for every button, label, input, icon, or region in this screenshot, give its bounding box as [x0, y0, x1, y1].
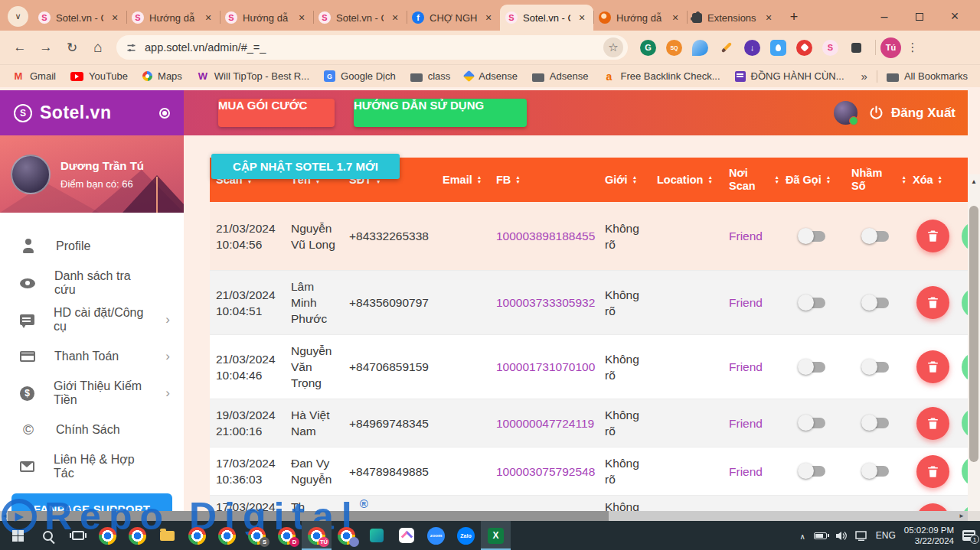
- new-tab-button[interactable]: [783, 6, 805, 28]
- sort-icon[interactable]: [632, 175, 637, 185]
- input-language[interactable]: ENG: [876, 530, 896, 541]
- nham-so-toggle[interactable]: [863, 231, 889, 242]
- scroll-up-icon[interactable]: [968, 176, 980, 187]
- column-header-fb[interactable]: FB: [490, 174, 599, 187]
- column-header-nham-so[interactable]: Nhầm Số: [845, 167, 906, 193]
- volume-icon[interactable]: [835, 531, 847, 541]
- da-goi-toggle[interactable]: [799, 466, 825, 477]
- nham-so-toggle[interactable]: [863, 362, 889, 373]
- target-icon[interactable]: [159, 108, 170, 119]
- delete-button[interactable]: [916, 220, 949, 252]
- bookmark-folder-adsense[interactable]: Adsense: [532, 70, 589, 82]
- taskbar-app[interactable]: [481, 521, 511, 550]
- fb-profile-link[interactable]: 100003898188455: [496, 228, 593, 244]
- browser-menu-icon[interactable]: [903, 41, 923, 54]
- fb-profile-link[interactable]: 100000047724119: [496, 415, 593, 431]
- taskbar-app[interactable]: [212, 521, 242, 550]
- taskbar-app[interactable]: [33, 521, 63, 550]
- taskbar-app[interactable]: D: [272, 521, 302, 550]
- address-bar[interactable]: app.sotel.vn/admin/#_=_: [116, 35, 628, 60]
- sidebar-item-thanh-toan[interactable]: Thanh Toán›: [0, 338, 184, 375]
- browser-tab[interactable]: Hướng dẫ: [126, 5, 220, 31]
- tab-close-icon[interactable]: [482, 11, 495, 24]
- tray-chevron-icon[interactable]: [799, 529, 805, 542]
- tab-close-icon[interactable]: [576, 11, 588, 24]
- fanpage-support-button[interactable]: FANPAGE SUPPORT: [11, 493, 172, 511]
- row-green-action-button[interactable]: [962, 456, 968, 487]
- sidebar-item-profile[interactable]: Profile: [0, 228, 184, 265]
- taskbar-app[interactable]: TÚ: [302, 521, 332, 550]
- sidebar-item-lien-he-hop-tac[interactable]: Liên Hệ & Hợp Tác: [0, 448, 184, 485]
- home-icon[interactable]: [86, 35, 110, 60]
- taskbar-app[interactable]: [332, 521, 361, 550]
- sort-icon[interactable]: [938, 175, 942, 185]
- brand-box[interactable]: Sotel.vn: [0, 90, 184, 135]
- maximize-icon[interactable]: [902, 13, 937, 21]
- column-header-da-goi[interactable]: Đã Gọi: [779, 174, 845, 187]
- taskbar-app[interactable]: [93, 521, 122, 550]
- bookmark-maps[interactable]: Maps: [142, 70, 182, 82]
- taskbar-app[interactable]: [361, 521, 391, 550]
- buy-package-button[interactable]: MUA GÓI CƯỚC: [218, 99, 335, 127]
- browser-tab[interactable]: CHỢ NGH: [407, 5, 500, 31]
- bookmark-youtube[interactable]: YouTube: [70, 70, 128, 82]
- nham-so-toggle[interactable]: [863, 418, 889, 428]
- grammarly-extension-icon[interactable]: [640, 40, 656, 56]
- sort-icon[interactable]: [477, 175, 482, 185]
- tab-close-icon[interactable]: [389, 11, 401, 24]
- da-goi-toggle[interactable]: [799, 362, 825, 373]
- close-icon[interactable]: [937, 8, 972, 24]
- all-bookmarks-button[interactable]: All Bookmarks: [887, 70, 968, 82]
- vertical-scroll-thumb[interactable]: [969, 206, 978, 462]
- sidebar-item-gioi-thieu-kiem-tien[interactable]: Giới Thiệu Kiếm Tiền›: [0, 375, 184, 412]
- bookmark-gmail[interactable]: Gmail: [12, 70, 56, 83]
- notification-center-icon[interactable]: 1: [962, 530, 975, 541]
- bookmark-folder-class[interactable]: class: [410, 70, 451, 82]
- user-guide-button[interactable]: HƯỚNG DẪN SỬ DỤNG: [354, 99, 527, 127]
- taskbar-app[interactable]: [3, 521, 33, 550]
- taskbar-app[interactable]: [122, 521, 152, 550]
- bookmark-willtiptop[interactable]: Will TipTop - Best R...: [197, 70, 309, 83]
- bookmark-star-icon[interactable]: [603, 37, 623, 57]
- forward-icon[interactable]: [34, 35, 58, 60]
- nham-so-toggle[interactable]: [863, 298, 889, 308]
- row-green-action-button[interactable]: [962, 221, 968, 252]
- profile-avatar[interactable]: Tú: [880, 37, 901, 58]
- column-header-location[interactable]: Location: [651, 174, 723, 187]
- sidebar-item-chinh-sach[interactable]: Chính Sách: [0, 412, 184, 448]
- fb-profile-link[interactable]: 100003075792548: [496, 464, 593, 480]
- row-green-action-button[interactable]: [962, 408, 968, 438]
- bookmark-google-dich[interactable]: Google Dịch: [324, 70, 396, 82]
- horizontal-scrollbar[interactable]: [0, 511, 968, 521]
- site-settings-icon[interactable]: [126, 42, 137, 54]
- tab-close-icon[interactable]: [202, 11, 214, 24]
- column-header-gioi[interactable]: Giới: [599, 174, 651, 187]
- adblock-extension-icon[interactable]: [796, 40, 812, 56]
- battery-icon[interactable]: [814, 532, 827, 539]
- logout-button[interactable]: Đăng Xuất: [868, 105, 956, 121]
- taskbar-app[interactable]: [152, 521, 182, 550]
- user-avatar[interactable]: [834, 101, 858, 125]
- minimize-icon[interactable]: [867, 10, 902, 24]
- column-header-noi-scan[interactable]: Nơi Scan: [723, 167, 779, 193]
- column-header-email[interactable]: Email: [436, 174, 490, 187]
- sidebar-item-danh-sach-tra-cuu[interactable]: Danh sách tra cứu: [0, 265, 184, 301]
- update-sotel-button[interactable]: CẬP NHẬT SOTEL 1.7 MỚI: [211, 154, 400, 179]
- da-goi-toggle[interactable]: [799, 298, 825, 308]
- da-goi-toggle[interactable]: [799, 418, 825, 428]
- browser-tab[interactable]: Sotel.vn - C: [313, 5, 407, 31]
- browser-tab[interactable]: Hướng dẫ: [220, 5, 313, 31]
- browser-tab[interactable]: Sotel.vn - C: [500, 5, 593, 31]
- taskbar-app[interactable]: [182, 521, 212, 550]
- tab-close-icon[interactable]: [763, 11, 775, 24]
- tab-close-icon[interactable]: [669, 11, 681, 24]
- reload-icon[interactable]: [60, 35, 84, 60]
- vertical-scrollbar[interactable]: [968, 174, 980, 511]
- row-green-action-button[interactable]: [962, 352, 968, 382]
- fb-profile-link[interactable]: 100003733305932: [496, 295, 593, 311]
- url-text[interactable]: app.sotel.vn/admin/#_=_: [145, 41, 596, 54]
- da-goi-toggle[interactable]: [799, 231, 825, 242]
- delete-button[interactable]: [916, 503, 949, 512]
- tab-close-icon[interactable]: [296, 11, 308, 24]
- tab-search-icon[interactable]: [8, 6, 28, 27]
